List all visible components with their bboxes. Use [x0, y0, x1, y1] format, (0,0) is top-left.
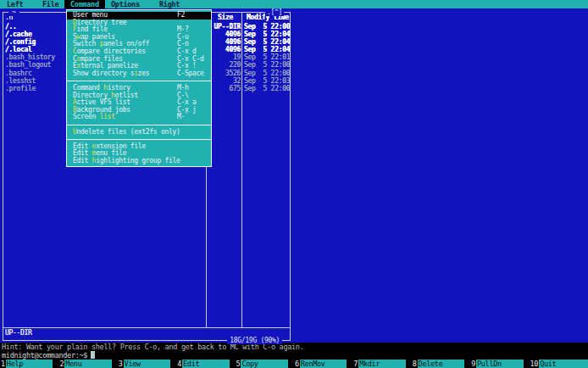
fkey-label: Quit: [539, 360, 588, 368]
file-mtime: Sep 5 22:00: [244, 61, 290, 69]
fkey-10-quit[interactable]: 10Quit: [530, 360, 588, 368]
fkey-9-pulldn[interactable]: 9PullDn: [470, 360, 529, 368]
fkey-number: 1: [0, 360, 6, 368]
fkey-2-menu[interactable]: 2Menu: [58, 360, 117, 368]
fkey-number: 3: [118, 360, 124, 368]
right-panel-free-space: 18G/19G (90%): [227, 337, 282, 344]
fkey-number: 6: [294, 360, 300, 368]
menu-item-screen-list[interactable]: Screen listM-`: [67, 114, 211, 121]
menu-item-shortcut: M-`: [177, 114, 189, 121]
menu-item-text-post: zes: [138, 70, 150, 77]
menu-item-show-directory-sizes[interactable]: Show directory sizesC-Space: [67, 70, 211, 78]
shell-prompt-line[interactable]: midnight@commander:~$: [0, 351, 588, 360]
fkey-label: Copy: [241, 360, 288, 368]
fkey-label: Menu: [64, 360, 112, 368]
file-mtime: Sep 5 22:04: [244, 38, 290, 46]
fkey-1-help[interactable]: 1Help: [0, 360, 58, 368]
fkey-3-view[interactable]: 3View: [118, 360, 176, 368]
menu-bar: LeftFileCommandOptionsRight: [0, 0, 588, 8]
function-key-bar: 1Help2Menu3View4Edit5Copy6RenMov7Mkdir8D…: [0, 360, 588, 368]
right-panel-mini-status: UP--DIR: [5, 329, 32, 337]
fkey-7-mkdir[interactable]: 7Mkdir: [352, 360, 411, 368]
menu-item-text-pre: Show directory s: [73, 70, 134, 77]
file-mtime: Sep 5 22:04: [244, 31, 290, 38]
fkey-label: PullDn: [476, 360, 524, 368]
file-name: /.cache: [5, 31, 32, 38]
file-name: .bash_history: [5, 53, 55, 61]
file-mtime: Sep 5 22:00: [244, 23, 290, 31]
menubar-item-file[interactable]: File: [42, 0, 58, 8]
menubar-item-right[interactable]: Right: [159, 0, 180, 8]
column-header-size[interactable]: Size: [207, 14, 244, 21]
fkey-number: 7: [352, 360, 358, 368]
fkey-number: 5: [236, 360, 241, 368]
file-name: .lesshst: [5, 77, 36, 85]
menu-item-shortcut: F2: [177, 12, 185, 20]
menu-item-text-pre: Edit: [73, 157, 92, 164]
fkey-4-edit[interactable]: 4Edit: [176, 360, 235, 368]
fkey-number: 9: [470, 360, 476, 368]
menu-item-edit-highlighting-group-file[interactable]: Edit highlighting group file: [67, 158, 211, 165]
midnight-commander-screen: LeftFileCommandOptionsRight ~ .[^].nName…: [0, 0, 588, 368]
menubar-item-options[interactable]: Options: [111, 0, 140, 8]
fkey-5-copy[interactable]: 5Copy: [236, 360, 294, 368]
fkey-label: View: [124, 360, 171, 368]
right-panel-path[interactable]: ~: [8, 8, 19, 16]
fkey-number: 2: [58, 360, 64, 368]
fkey-number: 8: [412, 360, 418, 368]
fkey-6-renmov[interactable]: 6RenMov: [294, 360, 352, 368]
command-menu-dropdown: User menuF2Directory treeFind fileM-?Swa…: [66, 9, 212, 167]
file-mtime: Sep 5 22:03: [244, 77, 290, 85]
file-mtime: Sep 5 22:04: [244, 46, 290, 53]
menubar-item-left[interactable]: Left: [7, 0, 23, 8]
text-cursor: [91, 351, 95, 359]
menubar-item-command[interactable]: Command: [64, 0, 105, 8]
fkey-8-delete[interactable]: 8Delete: [412, 360, 470, 368]
mini-status-separator: [3, 327, 290, 328]
menu-item-hotkey-letter: list: [100, 113, 115, 120]
fkey-label: RenMov: [300, 360, 347, 368]
fkey-label: Mkdir: [358, 360, 406, 368]
hint-line: Hint: Want your plain shell? Press C-o, …: [0, 343, 588, 351]
file-mtime: Sep 5 22:00: [244, 85, 290, 92]
shell-prompt: midnight@commander:~$: [2, 351, 87, 360]
menu-item-undelete-files-ext2fs-only[interactable]: Undelete files (ext2fs only): [67, 129, 211, 137]
file-name: /..: [5, 23, 17, 31]
menu-item-text-post: ndelete files (ext2fs only): [77, 128, 180, 136]
file-mtime: Sep 5 22:01: [244, 53, 290, 61]
fkey-label: Edit: [182, 360, 230, 368]
fkey-number: 10: [530, 360, 540, 368]
fkey-label: Help: [6, 360, 53, 368]
file-name: /.local: [5, 46, 32, 53]
file-name: .bash_logout: [5, 61, 51, 69]
fkey-number: 4: [176, 360, 182, 368]
menu-item-shortcut: C-Space: [177, 70, 204, 78]
file-mtime: Sep 5 22:00: [244, 70, 290, 77]
file-name: .bashrc: [5, 70, 32, 77]
menu-item-text-post: ighlighting group file: [96, 157, 180, 164]
file-name: /.config: [5, 38, 36, 46]
menu-item-text-pre: Screen: [73, 113, 100, 120]
right-panel-corner-buttons[interactable]: .[^]: [265, 8, 284, 16]
fkey-label: Delete: [418, 360, 465, 368]
file-name: .profile: [5, 85, 36, 92]
